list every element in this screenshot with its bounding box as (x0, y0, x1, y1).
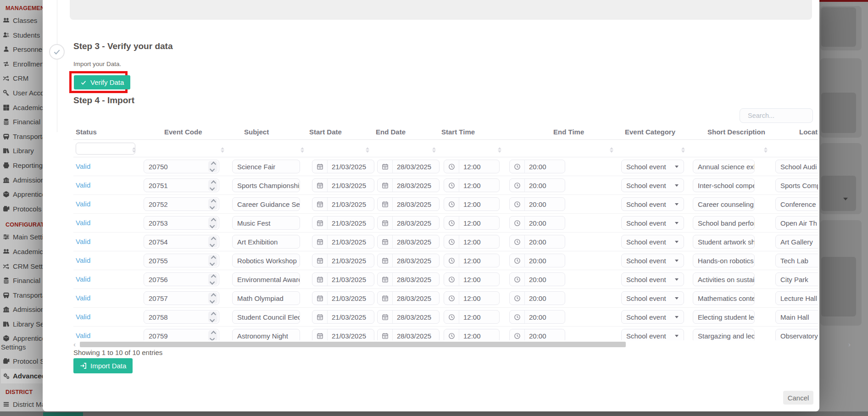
subject-input[interactable]: Career Guidance Seminar (232, 197, 300, 211)
sidebar-item[interactable]: Personnel (1, 42, 46, 57)
short-description-input[interactable]: Student artwork showcase (693, 235, 755, 249)
number-stepper[interactable] (208, 180, 217, 191)
number-stepper[interactable] (208, 161, 217, 172)
column-header[interactable]: Start Time (439, 128, 551, 136)
column-header[interactable]: Short Description (705, 128, 797, 136)
location-input[interactable]: Sports Comp (775, 178, 818, 192)
sidebar-item[interactable]: Financial Settings (1, 273, 46, 288)
location-input[interactable]: Lecture Hall (775, 291, 818, 305)
number-stepper[interactable] (208, 199, 217, 210)
end-date-input[interactable]: 28/03/2025 (377, 160, 440, 173)
location-input[interactable]: Observatory (775, 329, 818, 340)
sidebar-item[interactable]: CRM Settings (1, 259, 46, 274)
verify-data-button[interactable]: Verify Data (74, 75, 130, 89)
number-stepper[interactable] (208, 236, 217, 247)
event-code-input[interactable]: 20750 (144, 160, 219, 173)
short-description-input[interactable]: Hands-on robotics session (693, 254, 755, 267)
sort-icon[interactable] (221, 147, 224, 153)
end-date-input[interactable]: 28/03/2025 (377, 329, 440, 340)
cancel-button[interactable]: Cancel (783, 391, 813, 405)
event-code-input[interactable]: 20755 (144, 254, 219, 267)
sidebar-item[interactable]: Library (1, 144, 46, 158)
location-input[interactable]: Open Air Th (775, 216, 818, 230)
column-header[interactable]: Start Date (307, 128, 373, 136)
start-time-input[interactable]: 12:00 (444, 160, 500, 173)
start-time-input[interactable]: 12:00 (444, 329, 500, 340)
end-time-input[interactable]: 20:00 (509, 310, 565, 324)
event-code-input[interactable]: 20756 (144, 272, 219, 286)
column-header[interactable]: Event Code (162, 128, 242, 136)
status-link[interactable]: Valid (76, 200, 90, 208)
start-date-input[interactable]: 21/03/2025 (312, 329, 374, 340)
end-date-input[interactable]: 28/03/2025 (377, 310, 440, 324)
sidebar-item[interactable]: Library Settings (1, 317, 46, 332)
sort-icon[interactable] (366, 147, 369, 153)
sidebar-item[interactable]: CRM (1, 71, 46, 86)
event-category-select[interactable]: School event (621, 235, 684, 249)
event-code-input[interactable]: 20757 (144, 291, 219, 305)
end-time-input[interactable]: 20:00 (509, 178, 565, 192)
sidebar-item[interactable]: Admission (1, 173, 46, 188)
sidebar-item[interactable]: Advanced (1, 369, 46, 383)
sidebar-item[interactable]: Protocol Settings (1, 354, 46, 369)
event-category-select[interactable]: School event (621, 197, 684, 211)
status-link[interactable]: Valid (76, 181, 90, 189)
sort-icon[interactable] (498, 147, 501, 153)
end-date-input[interactable]: 28/03/2025 (377, 216, 440, 230)
table-search-input[interactable] (740, 108, 813, 123)
start-date-input[interactable]: 21/03/2025 (312, 197, 374, 211)
sidebar-item[interactable]: Transportation (1, 129, 46, 144)
number-stepper[interactable] (208, 293, 217, 304)
column-header[interactable]: Event Category (623, 128, 705, 136)
column-header[interactable]: Status (73, 128, 162, 136)
sidebar-item[interactable]: Academic Settings (1, 244, 46, 259)
location-input[interactable]: City Park (775, 272, 818, 286)
sidebar-item[interactable]: Protocols (1, 202, 46, 216)
event-category-select[interactable]: School event (621, 272, 684, 286)
start-date-input[interactable]: 21/03/2025 (312, 160, 374, 173)
end-time-input[interactable]: 20:00 (509, 291, 565, 305)
scrollbar-thumb[interactable] (80, 342, 626, 347)
column-header[interactable]: Location (797, 128, 818, 136)
number-stepper[interactable] (208, 255, 217, 266)
status-link[interactable]: Valid (76, 162, 90, 170)
number-stepper[interactable] (208, 311, 217, 322)
scroll-right-icon[interactable]: › (848, 340, 851, 348)
short-description-input[interactable]: Annual science exhibition (693, 160, 755, 173)
status-filter-input[interactable] (76, 143, 135, 155)
sort-icon[interactable] (610, 147, 613, 153)
number-stepper[interactable] (208, 217, 217, 228)
subject-input[interactable]: Math Olympiad (232, 291, 300, 305)
sort-icon[interactable] (764, 147, 768, 153)
sidebar-item[interactable]: User Accounts (1, 86, 46, 100)
subject-input[interactable]: Astronomy Night (232, 329, 300, 340)
status-link[interactable]: Valid (76, 256, 90, 264)
short-description-input[interactable]: School band performance (693, 216, 755, 230)
status-link[interactable]: Valid (76, 332, 90, 339)
start-time-input[interactable]: 12:00 (444, 291, 500, 305)
sidebar-item[interactable]: Apprentice Settings (1, 331, 45, 354)
end-time-input[interactable]: 20:00 (509, 216, 565, 230)
subject-input[interactable]: Art Exhibition (232, 235, 300, 249)
start-date-input[interactable]: 21/03/2025 (312, 216, 374, 230)
event-category-select[interactable]: School event (621, 178, 684, 192)
status-link[interactable]: Valid (76, 219, 90, 227)
status-link[interactable]: Valid (76, 238, 90, 245)
short-description-input[interactable]: Stargazing and lectures (693, 329, 755, 340)
event-category-select[interactable]: School event (621, 216, 684, 230)
status-link[interactable]: Valid (76, 294, 90, 302)
event-code-input[interactable]: 20753 (144, 216, 219, 230)
short-description-input[interactable]: Activities on sustainability (693, 272, 755, 286)
start-date-input[interactable]: 21/03/2025 (312, 178, 374, 192)
start-date-input[interactable]: 21/03/2025 (312, 291, 374, 305)
short-description-input[interactable]: Mathematics contest (693, 291, 755, 305)
sort-icon[interactable] (432, 147, 436, 153)
end-time-input[interactable]: 20:00 (509, 254, 565, 267)
event-code-input[interactable]: 20751 (144, 178, 219, 192)
end-time-input[interactable]: 20:00 (509, 235, 565, 249)
sidebar-item[interactable]: Financial (1, 115, 46, 129)
column-header[interactable]: End Time (551, 128, 623, 136)
end-time-input[interactable]: 20:00 (509, 329, 565, 340)
start-date-input[interactable]: 21/03/2025 (312, 272, 374, 286)
start-time-input[interactable]: 12:00 (444, 254, 500, 267)
